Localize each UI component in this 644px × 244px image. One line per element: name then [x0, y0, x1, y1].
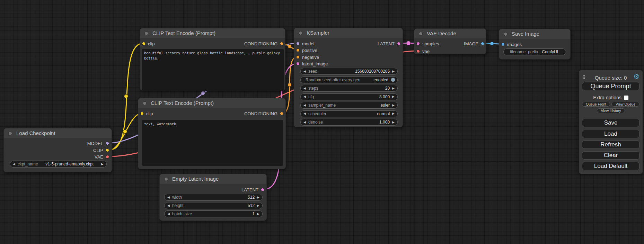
image-port-icon[interactable]	[501, 43, 505, 46]
output-latent: LATENT	[241, 187, 264, 192]
arrow-left-icon[interactable]: ◀	[303, 70, 306, 73]
queue-prompt-button[interactable]: Queue Prompt	[582, 82, 639, 90]
random-seed-widget[interactable]: Random seed after every gen enabled	[300, 76, 398, 83]
negative-prompt-textarea[interactable]: text, watermark	[142, 120, 283, 166]
view-queue-button[interactable]: View Queue	[611, 102, 639, 107]
output-conditioning: CONDITIONING	[244, 111, 283, 116]
clip-port-icon[interactable]	[106, 148, 109, 152]
output-model: MODEL	[87, 141, 109, 146]
node-vae-decode[interactable]: VAE Decode samples vae IMAGE	[414, 28, 486, 54]
node-title-bar[interactable]: Empty Latent Image	[160, 174, 266, 184]
arrow-left-icon[interactable]: ◀	[167, 204, 170, 207]
arrow-right-icon[interactable]: ▶	[392, 121, 395, 124]
seed-widget[interactable]: ◀ seed 156680208700286 ▶	[300, 68, 398, 75]
node-title: Load Checkpoint	[16, 130, 55, 136]
arrow-right-icon[interactable]: ▶	[257, 213, 259, 216]
model-port-icon[interactable]	[106, 142, 109, 145]
denoise-widget[interactable]: ◀ denoise 1.000 ▶	[300, 119, 398, 126]
arrow-right-icon[interactable]: ▶	[392, 104, 395, 107]
arrow-left-icon[interactable]: ◀	[13, 163, 15, 166]
conditioning-port-icon[interactable]	[296, 55, 300, 59]
ckpt-name-widget[interactable]: ◀ ckpt_name v1-5-pruned-emaonly.ckpt ▶	[10, 161, 107, 168]
collapse-dot-icon[interactable]	[144, 31, 148, 35]
latent-port-icon[interactable]	[296, 62, 300, 65]
load-button[interactable]: Load	[582, 130, 639, 138]
node-clip-text-encode-negative[interactable]: CLIP Text Encode (Prompt) clip CONDITION…	[138, 98, 286, 169]
input-negative: negative	[296, 55, 319, 60]
node-title: VAE Decode	[427, 30, 456, 36]
settings-gear-icon[interactable]: ⚙	[633, 73, 639, 80]
batch-size-widget[interactable]: ◀ batch_size 1 ▶	[164, 210, 263, 217]
collapse-dot-icon[interactable]	[299, 31, 302, 35]
input-latent-image: latent_image	[296, 61, 328, 66]
conditioning-port-icon[interactable]	[296, 48, 300, 52]
clear-button[interactable]: Clear	[582, 151, 639, 160]
conditioning-port-icon[interactable]	[280, 42, 283, 45]
arrow-left-icon[interactable]: ◀	[303, 121, 306, 124]
positive-prompt-textarea[interactable]: beautiful scenery nature glass bottle la…	[142, 49, 284, 91]
collapse-dot-icon[interactable]	[143, 101, 147, 105]
output-vae: VAE	[95, 154, 109, 159]
collapse-dot-icon[interactable]	[8, 132, 12, 135]
node-ksampler[interactable]: KSampler model positive negative latent_…	[294, 28, 403, 127]
collapse-dot-icon[interactable]	[419, 32, 423, 36]
link-dot	[288, 83, 292, 87]
random-seed-toggle[interactable]	[391, 78, 395, 82]
latent-port-icon[interactable]	[416, 42, 420, 45]
extra-options-checkbox[interactable]	[624, 96, 628, 100]
queue-front-button[interactable]: Queue Front	[582, 102, 610, 107]
load-default-button[interactable]: Load Default	[582, 162, 639, 170]
arrow-right-icon[interactable]: ▶	[101, 163, 104, 166]
save-button[interactable]: Save	[582, 119, 639, 127]
arrow-left-icon[interactable]: ◀	[303, 95, 306, 98]
arrow-right-icon[interactable]: ▶	[257, 204, 259, 207]
refresh-button[interactable]: Refresh	[582, 141, 639, 149]
arrow-right-icon[interactable]: ▶	[392, 95, 395, 98]
collapse-dot-icon[interactable]	[164, 177, 168, 181]
node-title-bar[interactable]: Save Image	[499, 29, 570, 39]
node-save-image[interactable]: Save Image images filename_prefix ComfyU…	[499, 29, 571, 60]
node-title: CLIP Text Encode (Prompt)	[151, 100, 214, 106]
node-title-bar[interactable]: Load Checkpoint	[4, 128, 112, 138]
arrow-right-icon[interactable]: ▶	[392, 112, 395, 115]
steps-widget[interactable]: ◀ steps 20 ▶	[300, 85, 398, 92]
node-load-checkpoint[interactable]: Load Checkpoint MODEL CLIP VAE ◀ ckpt_na…	[3, 128, 112, 172]
latent-port-icon[interactable]	[397, 42, 400, 45]
node-title-bar[interactable]: VAE Decode	[414, 29, 486, 38]
node-title-bar[interactable]: CLIP Text Encode (Prompt)	[140, 28, 285, 38]
arrow-left-icon[interactable]: ◀	[303, 112, 306, 115]
arrow-right-icon[interactable]: ▶	[392, 70, 395, 73]
node-title-bar[interactable]: KSampler	[294, 28, 403, 38]
input-vae: vae	[416, 49, 430, 54]
input-positive: positive	[296, 48, 317, 53]
collapse-dot-icon[interactable]	[504, 32, 508, 36]
link-dot	[406, 41, 411, 46]
clip-port-icon[interactable]	[140, 112, 144, 115]
latent-port-icon[interactable]	[261, 188, 264, 191]
conditioning-port-icon[interactable]	[280, 112, 283, 115]
cfg-widget[interactable]: ◀ cfg 8.000 ▶	[300, 93, 398, 100]
height-widget[interactable]: ◀ height 512 ▶	[164, 202, 263, 209]
vae-port-icon[interactable]	[416, 49, 420, 53]
node-clip-text-encode-positive[interactable]: CLIP Text Encode (Prompt) clip CONDITION…	[140, 28, 285, 91]
node-title-bar[interactable]: CLIP Text Encode (Prompt)	[138, 98, 285, 108]
model-port-icon[interactable]	[296, 42, 300, 45]
comfyui-canvas[interactable]: Load Checkpoint MODEL CLIP VAE ◀ ckpt_na…	[0, 0, 644, 244]
link-dot	[288, 45, 292, 48]
scheduler-widget[interactable]: ◀ scheduler normal ▶	[300, 110, 398, 117]
image-port-icon[interactable]	[481, 42, 484, 45]
arrow-left-icon[interactable]: ◀	[167, 196, 170, 199]
clip-port-icon[interactable]	[142, 42, 145, 45]
sampler-name-widget[interactable]: ◀ sampler_name euler ▶	[300, 102, 398, 109]
arrow-left-icon[interactable]: ◀	[167, 213, 170, 216]
link-dot	[201, 91, 205, 95]
arrow-left-icon[interactable]: ◀	[303, 104, 306, 107]
vae-port-icon[interactable]	[106, 155, 109, 159]
arrow-left-icon[interactable]: ◀	[303, 87, 306, 90]
view-history-button[interactable]: View History	[597, 108, 625, 113]
filename-prefix-widget[interactable]: filename_prefix ComfyUI	[503, 48, 566, 55]
width-widget[interactable]: ◀ width 512 ▶	[164, 194, 263, 201]
node-empty-latent-image[interactable]: Empty Latent Image LATENT ◀ width 512 ▶ …	[159, 174, 267, 221]
arrow-right-icon[interactable]: ▶	[257, 196, 259, 199]
arrow-right-icon[interactable]: ▶	[392, 87, 395, 90]
